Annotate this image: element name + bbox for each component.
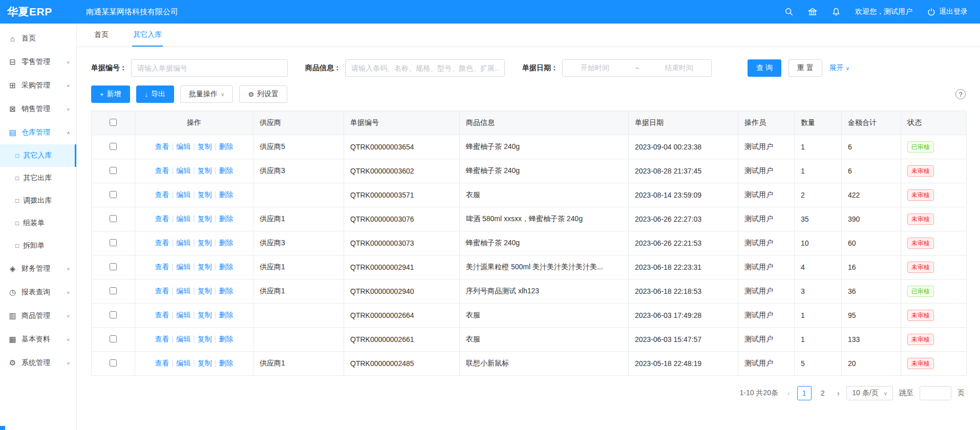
action-copy[interactable]: 复制 (198, 263, 212, 271)
row-checkbox[interactable] (110, 359, 117, 367)
row-checkbox[interactable] (110, 167, 117, 174)
cell-supplier (253, 328, 344, 352)
date-range-picker[interactable]: 开始时间 ~ 结束时间 (562, 59, 712, 77)
action-delete[interactable]: 删除 (219, 287, 233, 295)
help-icon[interactable]: ? (955, 89, 966, 99)
action-view[interactable]: 查看 (155, 190, 169, 199)
action-delete[interactable]: 删除 (219, 311, 233, 319)
tab-home[interactable]: 首页 (93, 24, 110, 47)
material-input[interactable] (345, 59, 505, 77)
action-edit[interactable]: 编辑 (176, 239, 190, 247)
row-checkbox[interactable] (110, 191, 117, 198)
cell-date: 2023-09-04 00:23:38 (629, 135, 738, 159)
row-checkbox-cell (92, 183, 135, 207)
action-edit[interactable]: 编辑 (176, 311, 190, 319)
chevron-down-icon: ∨ (67, 314, 70, 318)
action-copy[interactable]: 复制 (198, 214, 212, 223)
sidebar-item-purchase[interactable]: ⊞采购管理∨ (0, 74, 76, 97)
action-edit[interactable]: 编辑 (176, 263, 190, 271)
row-checkbox[interactable] (110, 287, 117, 294)
row-checkbox[interactable] (110, 335, 117, 342)
next-page-icon[interactable]: › (836, 389, 841, 397)
action-copy[interactable]: 复制 (198, 359, 212, 367)
row-checkbox[interactable] (110, 215, 117, 222)
action-view[interactable]: 查看 (155, 335, 169, 343)
column-settings-button[interactable]: ⚙ 列设置 (239, 85, 287, 103)
sidebar-subitem-transfer-out[interactable]: □调拨出库 (0, 189, 76, 212)
logout-button[interactable]: 退出登录 (927, 7, 968, 16)
page-button-2[interactable]: 2 (816, 386, 830, 400)
export-button[interactable]: ↓ 导出 (136, 85, 175, 103)
action-copy[interactable]: 复制 (198, 335, 212, 343)
sidebar-subitem-assemble[interactable]: □组装单 (0, 212, 76, 234)
action-edit[interactable]: 编辑 (176, 287, 190, 295)
row-checkbox[interactable] (110, 263, 117, 270)
sidebar-item-sale[interactable]: ⊠销售管理∨ (0, 97, 76, 121)
action-view[interactable]: 查看 (155, 311, 169, 319)
action-view[interactable]: 查看 (155, 142, 169, 150)
sidebar-item-basic[interactable]: ▦基本资料∨ (0, 328, 76, 351)
action-edit[interactable]: 编辑 (176, 166, 190, 175)
action-edit[interactable]: 编辑 (176, 214, 190, 223)
bell-icon[interactable] (832, 7, 841, 16)
row-actions-cell: 查看|编辑|复制|删除 (135, 231, 253, 255)
action-view[interactable]: 查看 (155, 166, 169, 175)
row-checkbox[interactable] (110, 311, 117, 318)
reset-button[interactable]: 重 置 (789, 59, 822, 77)
sidebar-item-finance[interactable]: ◈财务管理∨ (0, 257, 76, 281)
status-cell: 未审核 (901, 255, 967, 280)
action-copy[interactable]: 复制 (198, 166, 212, 175)
sidebar-subitem-label: 组装单 (23, 219, 45, 228)
row-checkbox[interactable] (110, 239, 117, 246)
tab-other-in[interactable]: 其它入库 (132, 24, 163, 47)
action-view[interactable]: 查看 (155, 263, 169, 271)
page-size-select[interactable]: 10 条/页 ∨ (846, 386, 893, 400)
action-delete[interactable]: 删除 (219, 190, 233, 199)
action-delete[interactable]: 删除 (219, 239, 233, 247)
prev-page-icon[interactable]: ‹ (786, 389, 791, 397)
sidebar-item-warehouse[interactable]: ▤仓库管理∧ (0, 121, 76, 144)
bank-icon[interactable] (808, 7, 817, 16)
sidebar-item-goods[interactable]: ▥商品管理∨ (0, 304, 76, 328)
action-copy[interactable]: 复制 (198, 311, 212, 319)
sidebar-item-retail[interactable]: ⊟零售管理∨ (0, 50, 76, 74)
batch-operations-button[interactable]: 批量操作 ∨ (180, 85, 233, 103)
tab-bar: 首页其它入库 (77, 24, 980, 47)
action-edit[interactable]: 编辑 (176, 335, 190, 343)
sidebar-subitem-other-in[interactable]: □其它入库 (0, 144, 76, 167)
action-separator: | (215, 263, 217, 271)
search-icon[interactable] (784, 7, 794, 16)
sidebar-subitem-other-out[interactable]: □其它出库 (0, 167, 76, 189)
sidebar-subitem-disassemble[interactable]: □拆卸单 (0, 234, 76, 257)
row-checkbox[interactable] (110, 143, 117, 150)
bill-no-input[interactable] (131, 59, 288, 77)
expand-link[interactable]: 展开 ∨ (829, 63, 849, 73)
sidebar-item-report[interactable]: ◷报表查询∨ (0, 281, 76, 304)
sidebar-item-home[interactable]: ⌂首页 (0, 27, 76, 50)
action-view[interactable]: 查看 (155, 287, 169, 295)
action-copy[interactable]: 复制 (198, 239, 212, 247)
jump-page-input[interactable] (920, 386, 951, 400)
action-delete[interactable]: 删除 (219, 263, 233, 271)
search-button[interactable]: 查 询 (748, 59, 781, 77)
action-view[interactable]: 查看 (155, 359, 169, 367)
add-button[interactable]: + 新增 (91, 85, 130, 103)
select-all-checkbox[interactable] (110, 119, 117, 126)
action-edit[interactable]: 编辑 (176, 359, 190, 367)
sale-icon: ⊠ (8, 104, 17, 114)
action-view[interactable]: 查看 (155, 239, 169, 247)
action-delete[interactable]: 删除 (219, 335, 233, 343)
table-header-0: 操作 (135, 111, 253, 135)
action-edit[interactable]: 编辑 (176, 142, 190, 150)
action-delete[interactable]: 删除 (219, 142, 233, 150)
action-edit[interactable]: 编辑 (176, 190, 190, 199)
action-view[interactable]: 查看 (155, 214, 169, 223)
action-copy[interactable]: 复制 (198, 190, 212, 199)
action-delete[interactable]: 删除 (219, 359, 233, 367)
page-button-1[interactable]: 1 (797, 386, 812, 400)
action-copy[interactable]: 复制 (198, 142, 212, 150)
action-delete[interactable]: 删除 (219, 166, 233, 175)
sidebar-item-system[interactable]: ⚙系统管理∨ (0, 351, 76, 375)
action-copy[interactable]: 复制 (198, 287, 212, 295)
action-delete[interactable]: 删除 (219, 214, 233, 223)
